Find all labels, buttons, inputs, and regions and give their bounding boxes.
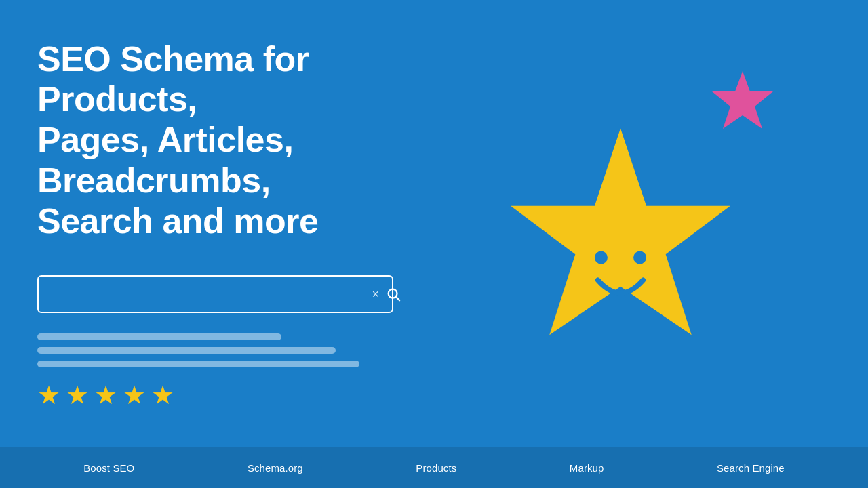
- search-input[interactable]: [37, 275, 393, 313]
- svg-marker-2: [712, 71, 773, 129]
- footer-nav: Boost SEO Schema.org Products Markup Sea…: [0, 447, 868, 488]
- svg-marker-3: [511, 129, 730, 336]
- headline: SEO Schema for Products, Pages, Articles…: [37, 39, 410, 242]
- content-line-1: [37, 333, 281, 340]
- svg-line-1: [396, 298, 399, 301]
- search-icon[interactable]: [386, 287, 401, 302]
- content-line-3: [37, 361, 359, 367]
- content-lines: [37, 333, 410, 367]
- footer-nav-search-engine[interactable]: Search Engine: [717, 462, 785, 474]
- star-3: ★: [94, 382, 117, 408]
- star-4: ★: [123, 382, 146, 408]
- content-line-2: [37, 347, 336, 354]
- star-1: ★: [37, 382, 60, 408]
- search-icons: ×: [372, 287, 401, 302]
- footer-nav-markup[interactable]: Markup: [570, 462, 604, 474]
- footer-nav-boost-seo[interactable]: Boost SEO: [83, 462, 134, 474]
- search-container: ×: [37, 275, 410, 313]
- footer-nav-schema-org[interactable]: Schema.org: [248, 462, 303, 474]
- stars-row: ★ ★ ★ ★ ★: [37, 382, 410, 408]
- star-2: ★: [66, 382, 89, 408]
- yellow-star-character: [492, 122, 749, 393]
- left-section: SEO Schema for Products, Pages, Articles…: [37, 39, 410, 409]
- clear-icon[interactable]: ×: [372, 287, 379, 302]
- star-5: ★: [151, 382, 174, 408]
- svg-point-5: [633, 251, 646, 264]
- right-section: [410, 27, 831, 420]
- svg-point-4: [595, 251, 608, 264]
- footer-nav-products[interactable]: Products: [416, 462, 456, 474]
